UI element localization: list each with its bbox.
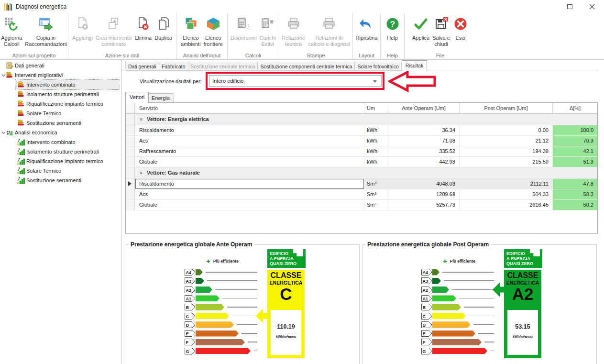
- subtab-energia[interactable]: Energia: [147, 93, 174, 102]
- cell-servizio: Riscaldamento: [135, 125, 364, 135]
- tree-item-isolamento-strutture-perimetrali[interactable]: $Isolamento strutture perimetrali: [0, 147, 121, 156]
- ribbon-button-elenco-frontiere[interactable]: Elenco frontiere: [202, 16, 224, 47]
- chevron-down-icon[interactable]: ∨: [139, 115, 143, 123]
- tree-item-solare-termico[interactable]: $Solare Termico: [0, 166, 121, 176]
- close-button[interactable]: [588, 3, 596, 11]
- class-label-icon: A3: [421, 277, 432, 284]
- ribbon-button-esci[interactable]: Esci: [451, 16, 470, 41]
- tab-sostituzione-componenti-centrale-termica[interactable]: Sostituzione componenti centrale termica: [258, 62, 355, 71]
- chart-icon: $: [17, 167, 25, 175]
- col-delta[interactable]: Δ[%]: [552, 103, 597, 113]
- energy-class-row-d: D: [185, 321, 261, 328]
- tree-item-sostituzione-serramenti[interactable]: Sostituzione serramenti: [0, 118, 121, 128]
- chevron-expanded-icon[interactable]: [1, 130, 6, 136]
- tree-item-riqualificazione-impianto-termico[interactable]: $Riqualificazione impianto termico: [0, 156, 121, 166]
- class-bar: [432, 348, 487, 354]
- tree-item-label: Dati generali: [15, 63, 44, 68]
- energy-icon: [6, 71, 13, 79]
- class-bar: [432, 287, 449, 293]
- ribbon-button-ripristina[interactable]: Ripristina: [354, 16, 379, 41]
- tab-risultati[interactable]: Risultati: [402, 60, 427, 71]
- tree-item-dati-generali[interactable]: Dati generali: [0, 61, 121, 70]
- main-tabs: Dati generaliFabbricatoSostituzione cent…: [125, 60, 427, 71]
- ribbon-button-elimina[interactable]: Elimina: [133, 16, 153, 41]
- table-row-riscaldamento-0[interactable]: RiscaldamentokWh36.340.00100.0: [126, 125, 597, 136]
- col-post-operam[interactable]: Post Operam [Um]: [459, 103, 552, 113]
- ribbon-group-label: Analisi dell'input: [176, 53, 227, 58]
- col-ante-operam[interactable]: Ante Operam [Um]: [388, 103, 459, 113]
- class-line: [444, 280, 494, 281]
- class-bar: [432, 339, 482, 345]
- table-row-acs-1[interactable]: AcsSm³1209.69504.3358.3: [126, 189, 597, 200]
- subtab-vettori[interactable]: Vettori: [125, 92, 149, 103]
- table-row-globale-0[interactable]: GlobalekWh442.93215.5051.3: [126, 157, 597, 167]
- svg-text:F: F: [423, 340, 426, 345]
- table-row-acs-0[interactable]: AcskWh71.0821.1270.3: [126, 136, 597, 146]
- tree-item-label: Interventi migliorativi: [15, 72, 63, 78]
- badge-notch: [293, 249, 303, 256]
- chart-ante-operam: Prestazione energetica globale Ante Oper…: [126, 244, 360, 364]
- chevron-expanded-icon[interactable]: [1, 73, 6, 78]
- chevron-down-icon[interactable]: ∨: [139, 168, 143, 177]
- tree-item-intervento-combinato[interactable]: Intervento combinato: [0, 80, 121, 89]
- svg-text:C: C: [186, 314, 189, 319]
- class-label-icon: A1: [185, 295, 196, 302]
- class-line: [237, 324, 257, 325]
- table-row-riscaldamento-1[interactable]: RiscaldamentoSm³4048.032112.1147.8: [126, 179, 597, 189]
- chart-icon: $: [17, 176, 25, 184]
- tree-item-analisi-economica[interactable]: Analisi economica: [0, 128, 121, 137]
- tree-item-solare-termico[interactable]: Solare Termico: [0, 109, 121, 118]
- cell-servizio: Raffrescamento: [135, 146, 364, 156]
- tab-dati-generali[interactable]: Dati generali: [125, 62, 159, 71]
- cell-um: kWh: [364, 146, 388, 156]
- svg-text:A1: A1: [423, 296, 428, 301]
- ribbon-button-applica[interactable]: Applica: [411, 16, 431, 41]
- class-label-icon: A4: [185, 269, 196, 276]
- row-indicator: [126, 167, 135, 178]
- maximize-button[interactable]: [566, 3, 573, 11]
- tree-item-isolamento-strutture-perimetrali[interactable]: Isolamento strutture perimetrali: [0, 89, 121, 99]
- tree-item-label: Sostituzione serramenti: [26, 177, 81, 183]
- tree-item-intervento-combinato[interactable]: $Intervento combinato: [0, 137, 121, 147]
- class-label-icon: E: [421, 330, 432, 337]
- svg-text:$: $: [17, 172, 19, 175]
- ribbon-button-salva-e-chiudi[interactable]: Salva e chiudi: [431, 16, 451, 47]
- cell-ante: 36.34: [388, 125, 459, 135]
- class-label-icon: C: [185, 313, 196, 320]
- tab-fabbricato[interactable]: Fabbricato: [159, 62, 188, 71]
- ribbon-button-elenco-ambienti[interactable]: Elenco ambienti: [179, 16, 202, 47]
- svg-text:C: C: [423, 314, 426, 319]
- cell-servizio: Globale: [135, 200, 364, 210]
- energy-class-panel: CLASSEENERGETICAA253.15kWh/m²anno: [504, 270, 541, 358]
- col-um[interactable]: Um: [364, 103, 388, 113]
- class-label-icon: B: [185, 304, 196, 310]
- cell-delta: 47.8: [552, 179, 597, 189]
- table-row-raffrescamento-0[interactable]: RaffrescamentokWh335.52194.3942.1: [126, 146, 597, 157]
- tree-item-interventi-migliorativi[interactable]: Interventi migliorativi: [0, 70, 121, 80]
- class-label-icon: A1: [421, 295, 432, 302]
- energy-class-row-f: F: [421, 339, 498, 345]
- group-label: ∨Vettore: Energia elettrica: [135, 114, 597, 125]
- class-label-icon: F: [185, 339, 196, 345]
- energy-unit: kWh/m²anno: [507, 335, 538, 338]
- svg-text:D: D: [423, 322, 426, 327]
- tree-item-riqualificazione-impianto-termico[interactable]: Riqualificazione impianto termico: [0, 99, 121, 109]
- class-line: [253, 351, 257, 352]
- group-row-vettore-energia-elettrica[interactable]: ∨Vettore: Energia elettrica: [126, 114, 597, 125]
- tab-solare-fotovoltaico[interactable]: Solare fotovoltaico: [355, 62, 401, 71]
- col-servizio[interactable]: Servizio: [135, 103, 364, 113]
- table-row-globale-1[interactable]: GlobaleSm³5257.732616.4550.2: [126, 200, 597, 210]
- row-indicator: [126, 136, 135, 146]
- ribbon-button-aggiorna-calcoli[interactable]: Aggiorna Calcoli: [0, 16, 23, 47]
- tab-sostituzione-centrale-termica[interactable]: Sostituzione centrale termica: [188, 62, 258, 71]
- ribbon-button-copia-in-raccomandazioni[interactable]: Copia in Raccomandazioni: [23, 16, 68, 47]
- row-indicator: [126, 114, 135, 125]
- ribbon-button-duplica[interactable]: Duplica: [153, 16, 174, 41]
- class-bar: [196, 278, 204, 284]
- energy-icon: [17, 90, 25, 98]
- ribbon-button-help[interactable]: ?Help: [384, 16, 402, 41]
- class-line: [452, 289, 494, 290]
- chart-icon: $: [17, 157, 25, 165]
- tree-item-sostituzione-serramenti[interactable]: $Sostituzione serramenti: [0, 176, 121, 185]
- group-row-vettore-gas-naturale[interactable]: ∨Vettore: Gas naturale: [126, 167, 597, 179]
